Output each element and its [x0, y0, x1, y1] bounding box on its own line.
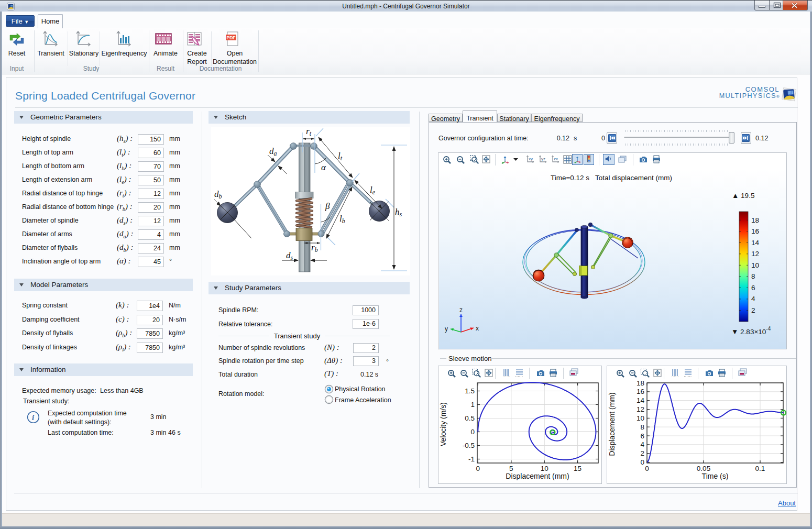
svg-text:5: 5 [509, 465, 513, 472]
svg-text:10: 10 [751, 261, 759, 269]
svg-text:0.1: 0.1 [755, 465, 765, 472]
svg-text:▲ 19.5: ▲ 19.5 [732, 192, 754, 200]
svg-text:0.05: 0.05 [697, 465, 710, 472]
svg-text:16: 16 [751, 227, 759, 235]
svg-text:16: 16 [637, 388, 644, 395]
svg-text:PDF: PDF [227, 35, 236, 40]
svg-text:6: 6 [640, 432, 644, 440]
svg-text:0.5: 0.5 [465, 414, 475, 422]
svg-text:0: 0 [645, 465, 649, 472]
svg-text:10: 10 [541, 465, 548, 472]
svg-text:Displacement (mm): Displacement (mm) [506, 472, 569, 480]
svg-text:18: 18 [637, 379, 644, 387]
svg-text:8: 8 [751, 272, 755, 280]
svg-text:y: y [445, 325, 448, 333]
svg-text:x: x [476, 325, 479, 332]
svg-text:α: α [321, 162, 326, 172]
svg-text:8: 8 [640, 423, 644, 431]
svg-text:z: z [459, 306, 463, 314]
svg-text:0: 0 [476, 465, 480, 472]
svg-text:6: 6 [751, 284, 755, 292]
svg-text:-0.5: -0.5 [463, 442, 475, 449]
svg-text:0: 0 [640, 458, 644, 466]
svg-text:i: i [32, 413, 35, 422]
svg-text:2: 2 [640, 449, 644, 457]
svg-text:10: 10 [637, 414, 644, 422]
svg-text:β: β [325, 201, 330, 211]
svg-text:14: 14 [751, 239, 760, 247]
svg-text:1.5: 1.5 [465, 387, 475, 395]
svg-text:12: 12 [637, 405, 644, 413]
svg-text:2: 2 [751, 306, 755, 314]
svg-text:14: 14 [637, 396, 645, 404]
svg-text:-1: -1 [468, 455, 475, 463]
svg-text:0: 0 [470, 428, 475, 436]
svg-text:Time (s): Time (s) [702, 472, 729, 480]
svg-text:Time=0.12 s Total displaceme: Time=0.12 s Total displacement (mm) [551, 174, 672, 182]
svg-text:Velocity (m/s): Velocity (m/s) [439, 402, 447, 446]
svg-text:15: 15 [574, 465, 581, 472]
svg-text:1: 1 [470, 401, 475, 409]
svg-text:Displacement (mm): Displacement (mm) [608, 392, 616, 456]
svg-text:12: 12 [751, 250, 759, 258]
svg-text:18: 18 [751, 216, 759, 224]
svg-text:4: 4 [751, 295, 755, 303]
svg-text:4: 4 [640, 440, 644, 448]
